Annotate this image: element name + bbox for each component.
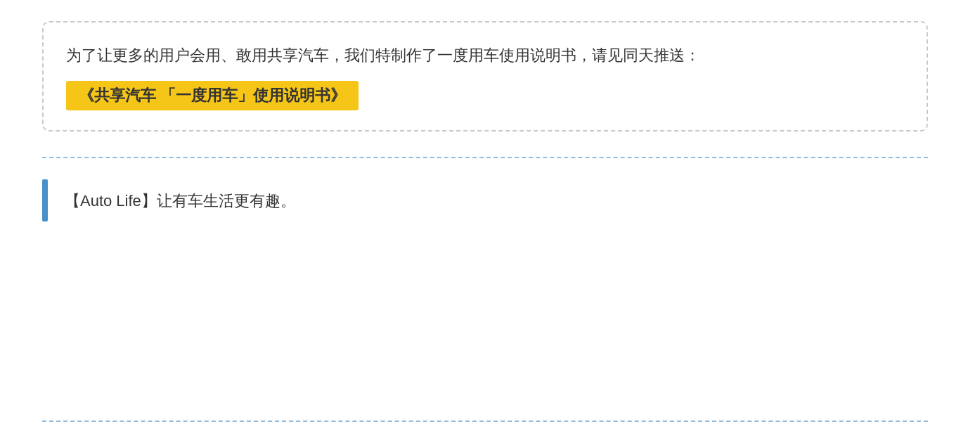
quote-text: 【Auto Life】让有车生活更有趣。 xyxy=(65,179,296,222)
highlight-link[interactable]: 《共享汽车 「一度用车」使用说明书》 xyxy=(66,81,359,110)
quote-bar xyxy=(42,179,48,222)
bottom-divider xyxy=(42,420,928,422)
notice-text: 为了让更多的用户会用、敢用共享汽车，我们特制作了一度用车使用说明书，请见同天推送… xyxy=(66,42,904,68)
page-container: 为了让更多的用户会用、敢用共享汽车，我们特制作了一度用车使用说明书，请见同天推送… xyxy=(0,0,980,443)
top-divider xyxy=(42,157,928,158)
quote-block: 【Auto Life】让有车生活更有趣。 xyxy=(42,179,928,222)
notice-box: 为了让更多的用户会用、敢用共享汽车，我们特制作了一度用车使用说明书，请见同天推送… xyxy=(42,21,928,131)
